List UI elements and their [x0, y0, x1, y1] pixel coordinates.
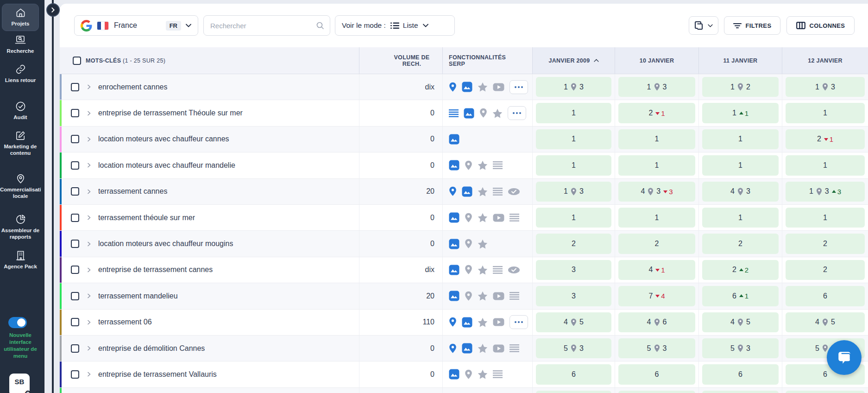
position-pill[interactable] — [702, 391, 779, 393]
row-checkbox[interactable] — [71, 135, 79, 143]
keyword-text[interactable]: location moteurs avec chauffeur mougins — [98, 240, 233, 248]
keyword-text[interactable]: enrochement cannes — [98, 83, 167, 91]
position-pill[interactable]: 45 — [536, 312, 611, 332]
keyword-text[interactable]: entreprise de terrassement Théoule sur m… — [98, 109, 243, 117]
filters-button[interactable]: FILTRES — [724, 16, 780, 35]
position-pill[interactable]: 13 — [536, 182, 611, 202]
position-pill[interactable]: 13 — [618, 77, 695, 97]
header-date-4[interactable]: 12 JANVIER — [782, 47, 868, 74]
user-avatar[interactable]: SB ⚙ — [9, 374, 30, 393]
position-pill[interactable]: 53 — [702, 338, 779, 358]
search-input[interactable] — [210, 22, 316, 30]
keyword-text[interactable]: terrassement mandelieu — [98, 292, 178, 300]
header-date-2[interactable]: 10 JANVIER — [615, 47, 698, 74]
expand-sidebar-button[interactable] — [46, 3, 60, 17]
position-pill[interactable]: 1 — [786, 103, 865, 123]
keyword-text[interactable]: terrassement théoule sur mer — [98, 214, 195, 222]
position-pill[interactable]: 53 — [618, 338, 695, 358]
sidebar-item-projets[interactable]: Projets — [2, 4, 39, 31]
serp-more-button[interactable] — [509, 80, 528, 94]
row-checkbox[interactable] — [71, 318, 79, 326]
keyword-text[interactable]: terrassement cannes — [98, 187, 167, 196]
row-expander[interactable] — [87, 84, 91, 89]
row-expander[interactable] — [87, 320, 91, 325]
row-checkbox[interactable] — [71, 109, 79, 117]
position-pill[interactable]: 74 — [618, 286, 695, 306]
row-expander[interactable] — [87, 111, 91, 116]
sidebar-item-agence-pack[interactable]: Agence Pack — [0, 250, 41, 270]
position-pill[interactable]: 2 — [702, 234, 779, 254]
view-mode-selector[interactable]: Voir le mode : Liste — [335, 15, 455, 36]
position-pill[interactable]: 3 — [536, 286, 611, 306]
row-expander[interactable] — [87, 241, 91, 247]
position-pill[interactable]: 6 — [786, 286, 865, 306]
position-pill[interactable]: 1 — [536, 103, 611, 123]
row-expander[interactable] — [87, 267, 91, 273]
row-expander[interactable] — [87, 293, 91, 298]
position-pill[interactable]: 13 — [536, 77, 611, 97]
row-checkbox[interactable] — [71, 266, 79, 274]
position-pill[interactable]: 1 — [618, 208, 695, 228]
position-pill[interactable]: 6 — [618, 364, 695, 384]
position-pill[interactable]: 1 — [702, 155, 779, 175]
position-pill[interactable]: 2 — [786, 260, 865, 280]
position-pill[interactable]: 1 — [702, 208, 779, 228]
position-pill[interactable]: 1 — [536, 208, 611, 228]
chat-widget-button[interactable] — [827, 340, 862, 375]
position-pill[interactable] — [618, 391, 695, 393]
position-pill[interactable]: 1 — [618, 155, 695, 175]
copy-dropdown-button[interactable] — [689, 16, 718, 35]
keyword-text[interactable]: entreprise de démolition Cannes — [98, 344, 205, 353]
serp-more-button[interactable] — [509, 315, 528, 329]
row-checkbox[interactable] — [71, 214, 79, 222]
header-date-1[interactable]: JANVIER 2009 — [532, 47, 615, 74]
row-expander[interactable] — [87, 346, 91, 351]
position-pill[interactable]: 1 — [786, 208, 865, 228]
select-all-checkbox[interactable] — [73, 57, 81, 65]
keyword-text[interactable]: terrassement 06 — [98, 318, 152, 326]
row-expander[interactable] — [87, 189, 91, 194]
position-pill[interactable]: 1 — [786, 155, 865, 175]
row-checkbox[interactable] — [71, 187, 79, 196]
sidebar-item-audit[interactable]: Audit — [0, 101, 41, 120]
keyword-text[interactable]: location moteurs avec chauffeur cannes — [98, 135, 229, 143]
serp-more-button[interactable] — [508, 106, 526, 120]
sidebar-item-assembleur-de-rapports[interactable]: Assembleur de rapports — [0, 214, 41, 240]
columns-button[interactable]: COLONNES — [786, 16, 855, 35]
position-pill[interactable]: 1 — [536, 155, 611, 175]
row-expander[interactable] — [87, 137, 91, 142]
row-checkbox[interactable] — [71, 83, 79, 91]
position-pill[interactable]: 12 — [702, 77, 779, 97]
new-ui-toggle[interactable] — [8, 317, 27, 328]
row-expander[interactable] — [87, 372, 91, 377]
position-pill[interactable]: 61 — [702, 286, 779, 306]
keyword-text[interactable]: entreprise de terrassement Vallauris — [98, 370, 217, 379]
row-checkbox[interactable] — [71, 370, 79, 379]
position-pill[interactable]: 2 — [786, 234, 865, 254]
row-checkbox[interactable] — [71, 292, 79, 300]
position-pill[interactable]: 22 — [702, 260, 779, 280]
sidebar-item-liens-retour[interactable]: Liens retour — [0, 64, 41, 83]
row-checkbox[interactable] — [71, 161, 79, 170]
position-pill[interactable]: 6 — [702, 364, 779, 384]
keyword-text[interactable]: entreprise de terrassement cannes — [98, 266, 213, 274]
position-pill[interactable]: 43 — [702, 182, 779, 202]
position-pill[interactable]: 21 — [618, 103, 695, 123]
position-pill[interactable]: 1 — [618, 129, 695, 149]
sidebar-item-recherche[interactable]: Recherche — [0, 35, 41, 54]
header-date-3[interactable]: 11 JANVIER — [698, 47, 782, 74]
sidebar-item-marketing-de-contenu[interactable]: Marketing de contenu — [0, 130, 41, 156]
position-pill[interactable]: 3 — [536, 260, 611, 280]
position-pill[interactable]: 45 — [786, 312, 865, 332]
position-pill[interactable]: 2 — [536, 234, 611, 254]
position-pill[interactable]: 45 — [702, 312, 779, 332]
position-pill[interactable]: 1 — [536, 129, 611, 149]
position-pill[interactable]: 6 — [536, 364, 611, 384]
row-expander[interactable] — [87, 215, 91, 220]
position-pill[interactable]: 1 — [702, 129, 779, 149]
search-engine-selector[interactable]: France FR — [74, 15, 198, 36]
position-pill[interactable]: 2 — [618, 234, 695, 254]
position-pill[interactable]: 13 — [786, 77, 865, 97]
sidebar-item-commercialisation-locale[interactable]: Commercialisation locale — [0, 173, 41, 199]
position-pill[interactable]: 11 — [702, 103, 779, 123]
